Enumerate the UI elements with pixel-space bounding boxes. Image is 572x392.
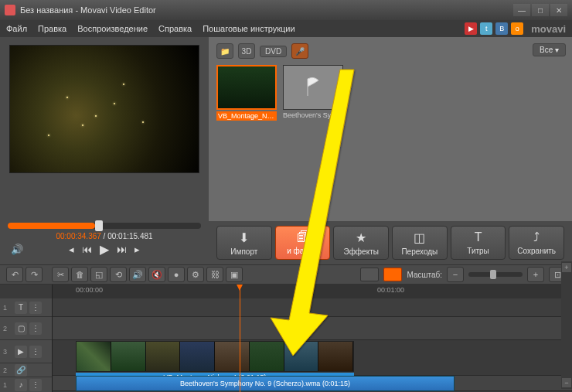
media-panel: 📁 3D DVD 🎤 Все ▾ VB_Montage_Nick... Beet…	[209, 37, 572, 221]
add-track-button[interactable]: +	[562, 263, 571, 272]
dvd-button[interactable]: DVD	[260, 46, 287, 57]
titles-icon: T	[475, 230, 482, 244]
transitions-icon: ◫	[414, 230, 425, 245]
overlay-track-icon: ▢	[15, 322, 27, 335]
threeD-button[interactable]: 3D	[238, 43, 255, 59]
track-header[interactable]: 2▢⋮	[0, 317, 52, 340]
timeline-track[interactable]	[53, 298, 572, 317]
menu-help[interactable]: Справка	[158, 24, 192, 33]
storyboard-view-button[interactable]	[360, 268, 379, 281]
import-button[interactable]: ⬇Импорт	[216, 226, 272, 260]
twitter-icon[interactable]: t	[480, 22, 492, 35]
total-time: 00:01:15.481	[107, 232, 152, 240]
folder-button[interactable]: 📁	[216, 43, 233, 59]
save-button[interactable]: ⤴Сохранить	[509, 226, 564, 260]
effects-button[interactable]: ★Эффекты	[333, 226, 389, 260]
youtube-icon[interactable]: ▶	[465, 22, 477, 35]
timeline-ruler[interactable]: 00:00:00 00:01:00	[53, 285, 572, 298]
menu-tutorials[interactable]: Пошаговые инструкции	[203, 24, 295, 33]
import-icon: ⬇	[239, 230, 249, 245]
timeline-track[interactable]: Beethoven's Symphony No. 9 (Scherzo).wma…	[53, 376, 572, 391]
zoom-slider[interactable]	[468, 272, 523, 277]
filter-all-button[interactable]: Все ▾	[533, 43, 566, 56]
rotate-button[interactable]: ⟲	[110, 267, 127, 282]
timeline-track[interactable]	[53, 317, 572, 340]
thumb-label: Beethoven's Symp...	[283, 111, 343, 119]
zoom-thumb[interactable]	[490, 270, 496, 279]
menu-edit[interactable]: Правка	[38, 24, 66, 33]
track-menu-icon[interactable]: ⋮	[29, 346, 42, 358]
track-menu-icon[interactable]: ⋮	[29, 302, 42, 314]
volume-icon[interactable]: 🔊	[11, 244, 23, 255]
menu-file[interactable]: Файл	[6, 24, 27, 33]
group-button[interactable]: ▣	[226, 267, 243, 282]
timeline-track[interactable]: VB_Montage_Nick.mp4 (0:01:15)	[53, 340, 572, 376]
redo-button[interactable]: ↷	[26, 267, 43, 282]
remove-track-button[interactable]: −	[562, 378, 571, 387]
track-header[interactable]: 1T⋮	[0, 298, 52, 317]
link-button[interactable]: ⛓	[206, 267, 223, 282]
next-frame-button[interactable]: ▸	[134, 244, 140, 255]
audio-clip[interactable]: Beethoven's Symphony No. 9 (Scherzo).wma…	[76, 376, 455, 391]
titlebar: Без названия - Movavi Video Editor — □ ✕	[0, 0, 572, 20]
app-icon	[5, 5, 15, 15]
cut-button[interactable]: ✂	[52, 267, 69, 282]
timeline-toolbar: ↶ ↷ ✂ 🗑 ◱ ⟲ 🔊 🔇 ● ⚙ ⛓ ▣ Масштаб: − + ⊡	[0, 264, 572, 285]
track-header[interactable]: 3▶⋮	[0, 340, 52, 363]
zoom-in-button[interactable]: +	[527, 267, 544, 282]
zoom-out-button[interactable]: −	[447, 267, 464, 282]
video-clip[interactable]	[76, 341, 354, 372]
preview-screen[interactable]	[9, 45, 199, 173]
media-thumb[interactable]: VB_Montage_Nick...	[216, 65, 277, 121]
preview-panel	[0, 37, 209, 221]
ok-icon[interactable]: o	[511, 22, 523, 35]
record-audio-button[interactable]: ●	[168, 267, 185, 282]
seek-thumb[interactable]	[95, 220, 103, 231]
close-button[interactable]: ✕	[550, 4, 567, 16]
files-icon: 🗐	[297, 230, 309, 244]
scale-label: Масштаб:	[407, 271, 442, 279]
track-menu-icon[interactable]: ⋮	[29, 322, 42, 335]
transport-controls: 00:00:34.367 / 00:01:15.481 🔊 ◂ ⏮ ▶ ⏭ ▸	[0, 221, 209, 264]
maximize-button[interactable]: □	[532, 4, 549, 16]
menubar: Файл Правка Воспроизведение Справка Поша…	[0, 20, 572, 37]
thumb-label: VB_Montage_Nick...	[216, 111, 277, 121]
audio-track-icon: ♪	[15, 379, 27, 391]
brand-logo: movavi	[531, 23, 566, 35]
track-header[interactable]: 2🔗	[0, 363, 52, 377]
window-title: Без названия - Movavi Video Editor	[20, 5, 156, 15]
skip-fwd-button[interactable]: ⏭	[117, 244, 127, 255]
linked-audio-icon: 🔗	[15, 364, 27, 377]
transitions-button[interactable]: ◫Переходы	[392, 226, 448, 260]
mute-button[interactable]: 🔇	[148, 267, 165, 282]
minimize-button[interactable]: —	[513, 4, 530, 16]
files-button[interactable]: 🗐и файлы	[275, 226, 331, 260]
media-thumb[interactable]: Beethoven's Symp...	[283, 65, 343, 121]
crop-button[interactable]: ◱	[90, 267, 107, 282]
prev-frame-button[interactable]: ◂	[69, 244, 74, 255]
record-button[interactable]: 🎤	[291, 43, 308, 59]
star-icon: ★	[356, 230, 366, 245]
text-track-icon: T	[15, 302, 27, 314]
track-header[interactable]: 1♪⋮	[0, 377, 52, 392]
track-menu-icon[interactable]: ⋮	[29, 379, 42, 391]
video-track-icon: ▶	[15, 346, 27, 358]
clip-props-button[interactable]: ⚙	[187, 267, 204, 282]
vk-icon[interactable]: B	[495, 22, 508, 35]
time-display: 00:00:34.367 / 00:01:15.481	[8, 232, 201, 240]
playhead[interactable]	[240, 285, 240, 392]
export-icon: ⤴	[533, 230, 540, 244]
volume-button[interactable]: 🔊	[129, 267, 146, 282]
skip-back-button[interactable]: ⏮	[82, 244, 92, 255]
titles-button[interactable]: TТитры	[451, 226, 506, 260]
timeline-view-button[interactable]	[383, 268, 402, 281]
menu-playback[interactable]: Воспроизведение	[77, 24, 148, 33]
delete-button[interactable]: 🗑	[71, 267, 88, 282]
undo-button[interactable]: ↶	[6, 267, 23, 282]
timeline: 1T⋮ 2▢⋮ 3▶⋮ 2🔗 1♪⋮ 00:00:00 00:01:00 VB_…	[0, 285, 572, 392]
seek-bar[interactable]	[8, 223, 201, 229]
current-time: 00:00:34.367	[56, 232, 100, 240]
play-button[interactable]: ▶	[100, 242, 109, 257]
